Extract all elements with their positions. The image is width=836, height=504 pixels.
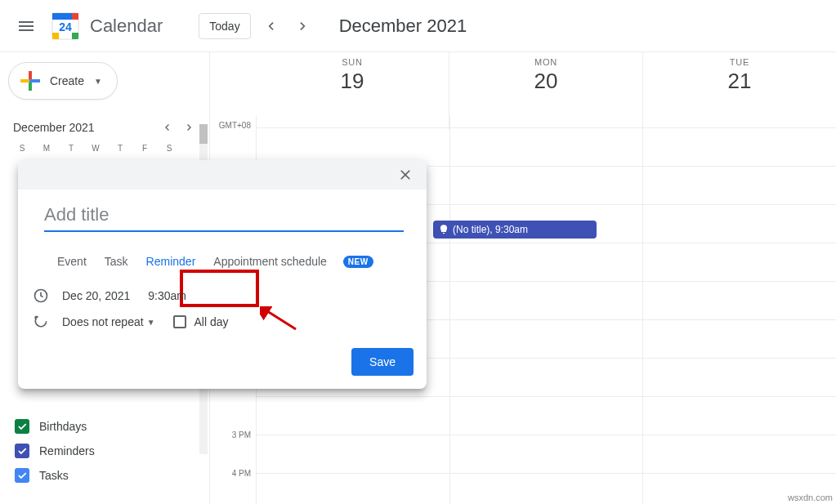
chevron-down-icon: ▼ <box>147 318 155 327</box>
all-day-checkbox[interactable]: All day <box>173 315 229 328</box>
chevron-down-icon: ▼ <box>94 77 102 86</box>
date-value[interactable]: Dec 20, 2021 <box>62 289 130 302</box>
reminder-icon <box>438 224 449 235</box>
mini-month-label: December 2021 <box>8 121 95 134</box>
calendar-item[interactable]: Reminders <box>8 439 209 463</box>
time-value[interactable]: 9:30am <box>148 289 186 302</box>
calendar-label: Tasks <box>39 469 69 482</box>
plus-icon <box>20 71 40 91</box>
tab-event[interactable]: Event <box>56 252 88 271</box>
mini-calendar-header: December 2021 <box>8 118 209 137</box>
tab-task[interactable]: Task <box>103 252 130 271</box>
create-button[interactable]: Create ▼ <box>8 62 118 100</box>
mini-prev-button[interactable] <box>157 118 177 137</box>
calendar-item[interactable]: Birthdays <box>8 414 209 439</box>
calendar-label: Reminders <box>39 444 95 457</box>
next-period-button[interactable] <box>290 13 316 39</box>
repeat-select[interactable]: Does not repeat ▼ <box>62 315 155 328</box>
day-column[interactable] <box>449 116 643 504</box>
day-column[interactable] <box>642 116 836 504</box>
new-badge: NEW <box>343 256 373 268</box>
calendar-logo-icon: 24 <box>49 10 82 42</box>
repeat-icon <box>33 314 49 330</box>
svg-text:24: 24 <box>59 20 72 33</box>
checkbox-checked-icon[interactable] <box>15 444 29 458</box>
create-event-dialog: Event Task Reminder Appointment schedule… <box>18 160 427 389</box>
close-icon <box>397 167 414 183</box>
checkbox-checked-icon[interactable] <box>15 419 29 434</box>
svg-rect-4 <box>72 33 78 39</box>
datetime-row[interactable]: Dec 20, 2021 9:30am <box>62 289 414 302</box>
hamburger-menu-icon[interactable] <box>7 7 46 46</box>
app-title: Calendar <box>90 16 163 37</box>
svg-rect-2 <box>72 13 78 20</box>
tab-reminder[interactable]: Reminder <box>145 252 198 271</box>
create-label: Create <box>50 74 84 87</box>
event-chip[interactable]: (No title), 9:30am <box>433 221 597 239</box>
checkbox-unchecked-icon <box>173 315 186 328</box>
current-month-label: December 2021 <box>339 16 467 37</box>
mini-weekday-row: S M T W T F S <box>8 144 209 153</box>
close-button[interactable] <box>394 163 417 186</box>
svg-rect-3 <box>52 33 59 39</box>
clock-icon <box>33 288 49 304</box>
event-title: (No title), 9:30am <box>453 224 528 235</box>
calendar-item[interactable]: Tasks <box>8 463 209 488</box>
repeat-row: Does not repeat ▼ All day <box>62 315 414 328</box>
prev-period-button[interactable] <box>257 13 284 39</box>
checkbox-checked-icon[interactable] <box>15 468 29 483</box>
scroll-thumb[interactable] <box>199 124 208 144</box>
calendar-label: Birthdays <box>39 420 87 433</box>
dialog-header <box>18 160 427 190</box>
today-button[interactable]: Today <box>199 13 250 39</box>
app-header: 24 Calendar Today December 2021 <box>0 0 836 52</box>
save-button[interactable]: Save <box>351 348 414 376</box>
my-calendars-list: Birthdays Reminders Tasks <box>8 414 209 488</box>
type-tabs: Event Task Reminder Appointment schedule… <box>56 252 414 271</box>
mini-next-button[interactable] <box>180 118 199 137</box>
dialog-footer: Save <box>18 341 427 389</box>
tab-appointment[interactable]: Appointment schedule <box>212 252 329 271</box>
title-input[interactable] <box>44 201 404 232</box>
watermark: wsxdn.com <box>788 493 833 502</box>
